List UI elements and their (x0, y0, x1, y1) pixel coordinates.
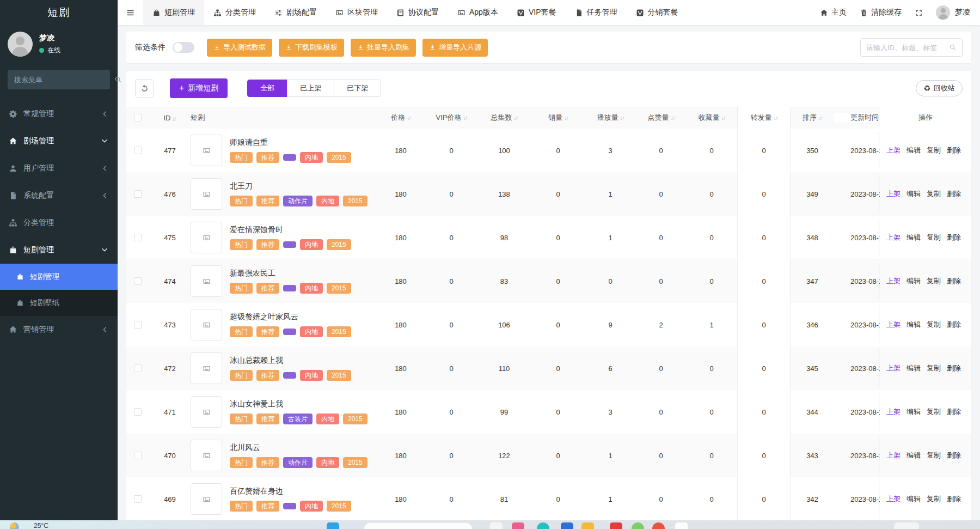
sort-toggle[interactable]: ↓↑ (407, 114, 411, 121)
sidebar-item-营销管理[interactable]: 营销管理 (0, 316, 118, 343)
import-button-导入测试数据[interactable]: 导入测试数据 (207, 39, 272, 57)
row-action-上架[interactable]: 上架 (886, 320, 901, 330)
taskbar-windows-icon[interactable] (327, 522, 339, 529)
row-action-上架[interactable]: 上架 (886, 407, 901, 417)
sort-toggle[interactable]: ↓↑ (173, 115, 176, 121)
status-tab-已上架[interactable]: 已上架 (287, 80, 334, 97)
row-action-上架[interactable]: 上架 (886, 233, 901, 242)
row-action-复制[interactable]: 复制 (927, 494, 941, 504)
row-checkbox[interactable] (134, 364, 142, 372)
taskbar-tray-item[interactable] (894, 522, 919, 529)
sidebar-item-剧场管理[interactable]: 剧场管理 (0, 127, 118, 155)
sidebar-item-用户管理[interactable]: 用户管理 (0, 155, 118, 182)
table-search-box[interactable] (860, 38, 963, 57)
row-action-编辑[interactable]: 编辑 (906, 145, 921, 155)
row-action-编辑[interactable]: 编辑 (906, 363, 921, 373)
table-search-input[interactable] (866, 44, 945, 52)
row-action-上架[interactable]: 上架 (886, 451, 901, 460)
row-action-上架[interactable]: 上架 (886, 276, 901, 286)
taskbar-app-icon[interactable] (512, 522, 524, 529)
topnav-user-menu[interactable]: 梦凌 (936, 5, 970, 20)
sort-toggle[interactable]: ↓↑ (620, 114, 624, 121)
row-action-上架[interactable]: 上架 (886, 189, 901, 199)
status-tab-全部[interactable]: 全部 (247, 80, 287, 97)
row-action-复制[interactable]: 复制 (927, 363, 941, 373)
sidebar-subitem-短剧壁纸[interactable]: 短剧壁纸 (0, 290, 118, 316)
refresh-button[interactable] (135, 79, 154, 98)
row-action-编辑[interactable]: 编辑 (906, 494, 921, 504)
sort-toggle[interactable]: ↓↑ (564, 114, 568, 121)
taskbar-app-icon[interactable] (632, 522, 644, 529)
nav-tab-分销套餐[interactable]: 分销套餐 (627, 0, 688, 25)
row-action-复制[interactable]: 复制 (927, 407, 941, 417)
row-action-删除[interactable]: 删除 (947, 494, 961, 504)
row-checkbox[interactable] (134, 277, 142, 285)
row-action-复制[interactable]: 复制 (927, 233, 941, 242)
sort-toggle[interactable]: ↓↑ (463, 114, 467, 121)
sort-toggle[interactable]: ↓↑ (514, 114, 518, 121)
clear-cache-link[interactable]: 清除缓存 (860, 8, 902, 17)
nav-tab-任务管理[interactable]: 任务管理 (566, 0, 627, 25)
nav-tab-区块管理[interactable]: 区块管理 (326, 0, 387, 25)
sidebar-item-短剧管理[interactable]: 短剧管理 (0, 236, 118, 264)
sidebar-subitem-短剧管理[interactable]: 短剧管理 (0, 264, 118, 290)
row-action-编辑[interactable]: 编辑 (906, 451, 921, 460)
weather-icon[interactable] (10, 522, 19, 529)
sort-toggle[interactable]: ↓↑ (671, 114, 675, 121)
row-action-上架[interactable]: 上架 (886, 494, 901, 504)
taskbar-app-icon[interactable] (652, 522, 665, 529)
taskbar-app-icon[interactable] (537, 522, 549, 529)
row-action-删除[interactable]: 删除 (947, 451, 961, 460)
sidebar-search[interactable] (8, 70, 110, 89)
nav-tab-协议配置[interactable]: 协议配置 (387, 0, 448, 25)
import-button-增量导入片源[interactable]: 增量导入片源 (422, 39, 488, 57)
row-action-编辑[interactable]: 编辑 (906, 276, 921, 286)
row-action-复制[interactable]: 复制 (927, 189, 941, 199)
row-checkbox[interactable] (134, 452, 142, 459)
row-action-上架[interactable]: 上架 (886, 363, 901, 373)
add-drama-button[interactable]: + 新增短剧 (170, 78, 228, 98)
row-action-删除[interactable]: 删除 (947, 189, 961, 199)
row-action-编辑[interactable]: 编辑 (906, 320, 921, 330)
fullscreen-button[interactable] (915, 9, 923, 17)
sidebar-item-系统配置[interactable]: 系统配置 (0, 182, 118, 209)
row-action-删除[interactable]: 删除 (947, 320, 961, 330)
nav-tab-短剧管理[interactable]: 短剧管理 (143, 0, 204, 25)
row-action-复制[interactable]: 复制 (927, 145, 941, 155)
row-checkbox[interactable] (134, 147, 142, 154)
row-action-复制[interactable]: 复制 (927, 276, 941, 286)
row-action-删除[interactable]: 删除 (947, 145, 961, 155)
row-action-编辑[interactable]: 编辑 (906, 233, 921, 242)
sort-toggle[interactable]: ↓↑ (818, 114, 822, 121)
row-checkbox[interactable] (134, 321, 142, 329)
taskbar-app-icon[interactable] (675, 522, 688, 529)
sort-toggle[interactable]: ↓↑ (721, 114, 725, 121)
recycle-bin-button[interactable]: ♻ 回收站 (916, 80, 963, 96)
sort-toggle[interactable]: ↓↑ (774, 114, 777, 121)
nav-tab-剧场配置[interactable]: 剧场配置 (265, 0, 326, 25)
status-tab-已下架[interactable]: 已下架 (334, 80, 381, 97)
taskbar-app-icon[interactable] (561, 522, 573, 529)
row-action-删除[interactable]: 删除 (947, 276, 961, 286)
row-checkbox[interactable] (134, 408, 142, 416)
sidebar-toggle-button[interactable] (118, 0, 143, 25)
nav-tab-VIP套餐[interactable]: VIP套餐 (507, 0, 566, 25)
row-action-上架[interactable]: 上架 (886, 145, 901, 155)
sidebar-search-input[interactable] (14, 76, 110, 84)
filter-toggle[interactable] (173, 42, 194, 53)
row-checkbox[interactable] (134, 234, 142, 241)
row-checkbox[interactable] (134, 190, 142, 198)
row-action-删除[interactable]: 删除 (947, 363, 961, 373)
sidebar-item-分类管理[interactable]: 分类管理 (0, 209, 118, 236)
taskbar-app-icon[interactable] (610, 522, 622, 529)
row-action-编辑[interactable]: 编辑 (906, 189, 921, 199)
nav-tab-App版本[interactable]: App版本 (448, 0, 507, 25)
import-button-批量导入剧集[interactable]: 批量导入剧集 (351, 39, 416, 57)
row-action-复制[interactable]: 复制 (927, 320, 941, 330)
row-checkbox[interactable] (134, 495, 142, 503)
row-action-编辑[interactable]: 编辑 (906, 407, 921, 417)
import-button-下载剧集模板[interactable]: 下载剧集模板 (279, 39, 344, 57)
sidebar-item-常规管理[interactable]: 常规管理 (0, 100, 118, 127)
taskbar-search-box[interactable] (364, 522, 473, 529)
taskbar-app-icon[interactable] (581, 522, 594, 529)
